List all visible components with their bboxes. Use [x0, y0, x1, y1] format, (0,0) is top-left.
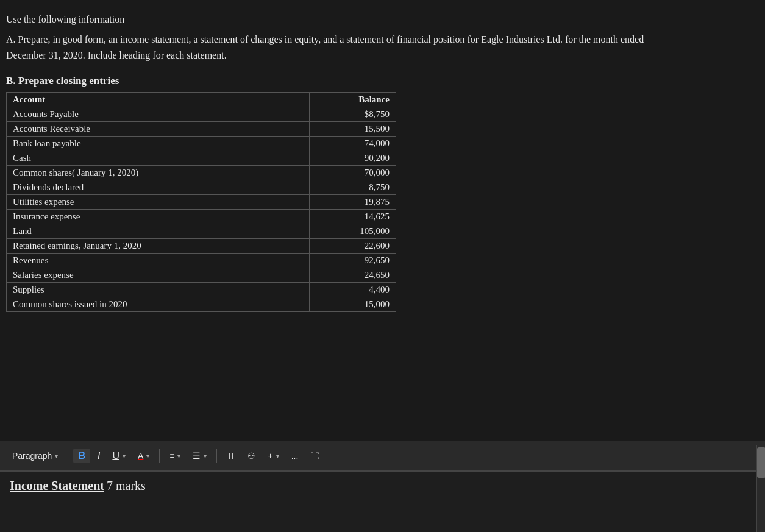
table-row: Retained earnings, January 1, 202022,600 [7, 239, 396, 254]
table-row: Accounts Receivable15,500 [7, 122, 396, 137]
account-name: Dividends declared [7, 180, 310, 195]
media-icon: ⏸ [227, 451, 235, 461]
text-color-label: A [138, 451, 143, 461]
table-row: Utilities expense19,875 [7, 195, 396, 210]
account-name: Utilities expense [7, 195, 310, 210]
account-name: Salaries expense [7, 268, 310, 283]
italic-label: I [98, 450, 100, 461]
account-balance: 74,000 [310, 137, 396, 151]
section-b-title: B. Prepare closing entries [6, 75, 664, 87]
link-icon: ⚇ [247, 451, 255, 461]
account-balance: 92,650 [310, 254, 396, 268]
table-row: Supplies4,400 [7, 283, 396, 297]
scrollbar-track[interactable] [756, 445, 765, 532]
align-chevron-icon: ▾ [177, 453, 180, 459]
editor-area[interactable]: Income Statement 7 marks [0, 471, 765, 532]
account-balance: 19,875 [310, 195, 396, 210]
account-balance: 90,200 [310, 151, 396, 166]
table-row: Common shares issued in 202015,000 [7, 297, 396, 312]
account-name: Bank loan payable [7, 137, 310, 151]
table-row: Bank loan payable74,000 [7, 137, 396, 151]
italic-button[interactable]: I [93, 448, 105, 464]
account-balance: 15,000 [310, 297, 396, 312]
account-name: Cash [7, 151, 310, 166]
table-row: Cash90,200 [7, 151, 396, 166]
plus-chevron-icon: ▾ [276, 453, 279, 459]
align-label: ≡ [169, 451, 174, 461]
accounts-table: Account Balance Accounts Payable$8,750Ac… [6, 92, 396, 312]
editor-heading-marks: 7 marks [107, 479, 146, 492]
editor-heading: Income Statement [10, 479, 104, 492]
underline-button[interactable]: U ▾ [107, 448, 130, 464]
media-button[interactable]: ⏸ [222, 449, 240, 463]
account-name: Accounts Payable [7, 107, 310, 122]
align-button[interactable]: ≡ ▾ [165, 449, 185, 463]
account-balance: 8,750 [310, 180, 396, 195]
account-balance: 15,500 [310, 122, 396, 137]
table-row: Common shares( January 1, 2020)70,000 [7, 166, 396, 180]
divider-1 [68, 449, 68, 463]
underline-chevron-icon: ▾ [123, 453, 126, 459]
paragraph-chevron-icon: ▾ [55, 453, 58, 459]
bold-label: B [78, 450, 85, 461]
fullscreen-button[interactable]: ⛶ [305, 449, 324, 463]
table-row: Salaries expense24,650 [7, 268, 396, 283]
account-balance: $8,750 [310, 107, 396, 122]
fullscreen-icon: ⛶ [310, 451, 319, 461]
table-row: Accounts Payable$8,750 [7, 107, 396, 122]
paragraph-label: Paragraph [12, 451, 52, 461]
divider-3 [216, 449, 217, 463]
account-name: Supplies [7, 283, 310, 297]
account-name: Accounts Receivable [7, 122, 310, 137]
table-row: Revenues92,650 [7, 254, 396, 268]
text-color-chevron-icon: ▾ [146, 453, 149, 459]
link-button[interactable]: ⚇ [243, 449, 260, 463]
more-button[interactable]: ... [286, 449, 304, 463]
paragraph-dropdown[interactable]: Paragraph ▾ [7, 449, 63, 463]
plus-button[interactable]: + ▾ [263, 449, 283, 463]
use-following-text: Use the following information [6, 12, 664, 27]
list-chevron-icon: ▾ [204, 453, 207, 459]
account-name: Land [7, 224, 310, 239]
scrollbar-thumb[interactable] [757, 447, 765, 478]
account-name: Revenues [7, 254, 310, 268]
editor-toolbar: Paragraph ▾ B I U ▾ A ▾ ≡ ▾ ☰ ▾ ⏸ ⚇ + ▾ … [0, 441, 765, 471]
account-name: Common shares issued in 2020 [7, 297, 310, 312]
list-label: ☰ [193, 451, 201, 461]
account-balance: 105,000 [310, 224, 396, 239]
list-button[interactable]: ☰ ▾ [188, 449, 212, 463]
header-balance: Balance [310, 93, 396, 107]
bold-button[interactable]: B [73, 449, 90, 463]
divider-2 [159, 449, 160, 463]
text-color-button[interactable]: A ▾ [133, 449, 154, 463]
more-label: ... [291, 451, 299, 461]
table-row: Dividends declared8,750 [7, 180, 396, 195]
section-a-text: A. Prepare, in good form, an income stat… [6, 32, 664, 63]
main-content: Use the following information A. Prepare… [0, 0, 671, 318]
account-name: Common shares( January 1, 2020) [7, 166, 310, 180]
header-account: Account [7, 93, 310, 107]
table-row: Insurance expense14,625 [7, 210, 396, 224]
account-balance: 4,400 [310, 283, 396, 297]
underline-label: U [112, 450, 119, 461]
account-balance: 24,650 [310, 268, 396, 283]
account-name: Insurance expense [7, 210, 310, 224]
account-balance: 70,000 [310, 166, 396, 180]
account-balance: 14,625 [310, 210, 396, 224]
plus-label: + [268, 451, 272, 461]
account-name: Retained earnings, January 1, 2020 [7, 239, 310, 254]
account-balance: 22,600 [310, 239, 396, 254]
table-row: Land105,000 [7, 224, 396, 239]
